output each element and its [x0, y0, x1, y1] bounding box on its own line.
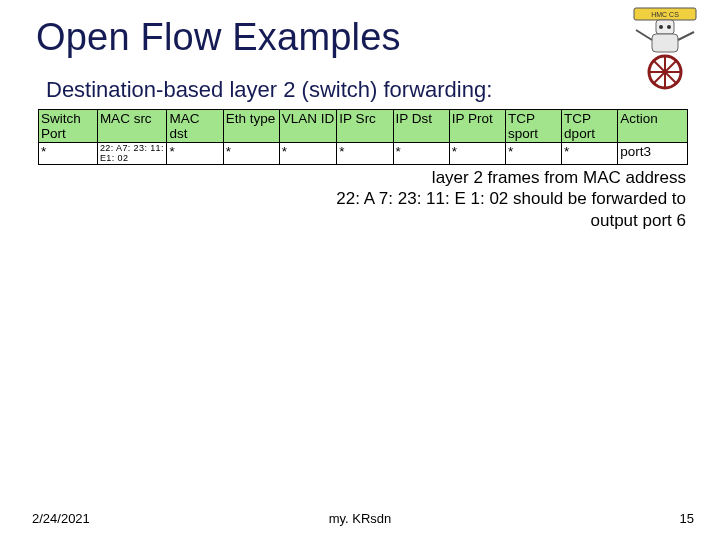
caption: layer 2 frames from MAC address 22: A 7:…: [36, 167, 692, 231]
svg-line-6: [678, 32, 694, 40]
cell-action: port3: [618, 143, 688, 165]
cell-tcp-sport: *: [505, 143, 561, 165]
cell-ip-prot: *: [449, 143, 505, 165]
svg-point-2: [659, 25, 663, 29]
col-eth-type: Eth type: [223, 110, 279, 143]
caption-line-2: 22: A 7: 23: 11: E 1: 02 should be forwa…: [336, 189, 686, 208]
col-vlan-id: VLAN ID: [279, 110, 337, 143]
col-ip-prot: IP Prot: [449, 110, 505, 143]
page-title: Open Flow Examples: [36, 16, 692, 59]
footer-page-number: 15: [680, 511, 694, 526]
caption-line-3: output port 6: [591, 211, 686, 230]
slide: HMC CS Open Flow Examples Destination-ba…: [0, 0, 720, 540]
col-ip-src: IP Src: [337, 110, 393, 143]
svg-point-3: [667, 25, 671, 29]
flow-table-header-row: Switch Port MAC src MAC dst Eth type VLA…: [39, 110, 688, 143]
cell-vlan-id: *: [279, 143, 337, 165]
subtitle: Destination-based layer 2 (switch) forwa…: [46, 77, 692, 103]
cell-mac-src: 22: A7: 23: 11: E1: 02: [97, 143, 167, 165]
col-mac-dst: MAC dst: [167, 110, 223, 143]
robot-figure: HMC CS: [628, 6, 702, 92]
cell-tcp-dport: *: [562, 143, 618, 165]
svg-line-5: [636, 30, 652, 40]
col-action: Action: [618, 110, 688, 143]
svg-rect-4: [652, 34, 678, 52]
caption-line-1: layer 2 frames from MAC address: [432, 168, 686, 187]
cell-ip-src: *: [337, 143, 393, 165]
cell-switch-port: *: [39, 143, 98, 165]
svg-rect-1: [656, 20, 674, 34]
cell-mac-dst: *: [167, 143, 223, 165]
robot-label-text: HMC CS: [651, 11, 679, 18]
col-ip-dst: IP Dst: [393, 110, 449, 143]
cell-eth-type: *: [223, 143, 279, 165]
col-switch-port: Switch Port: [39, 110, 98, 143]
cell-ip-dst: *: [393, 143, 449, 165]
flow-table-data-row: * 22: A7: 23: 11: E1: 02 * * * * * * * *…: [39, 143, 688, 165]
flow-table: Switch Port MAC src MAC dst Eth type VLA…: [38, 109, 688, 165]
col-mac-src: MAC src: [97, 110, 167, 143]
col-tcp-dport: TCP dport: [562, 110, 618, 143]
footer-center: my. KRsdn: [0, 511, 720, 526]
col-tcp-sport: TCP sport: [505, 110, 561, 143]
robot-icon: HMC CS: [628, 6, 702, 92]
